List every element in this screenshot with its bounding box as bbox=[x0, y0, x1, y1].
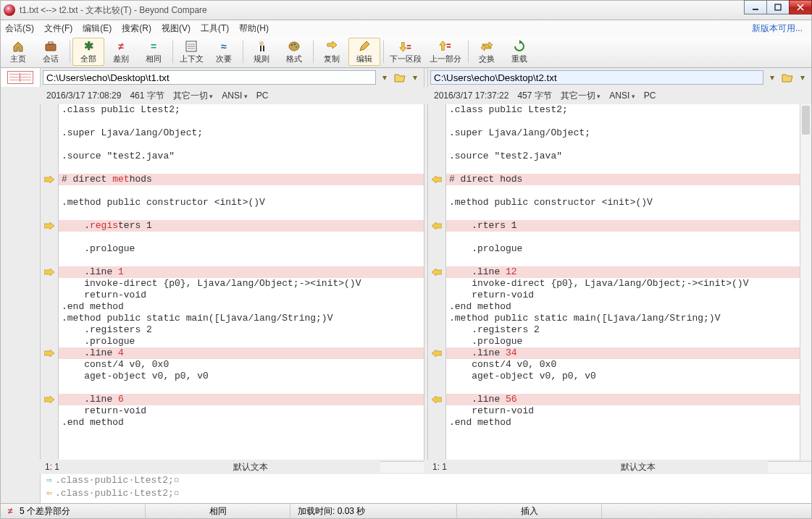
right-filter-dropdown[interactable]: 其它一切 bbox=[561, 90, 601, 102]
code-line[interactable] bbox=[446, 255, 811, 266]
maximize-button[interactable] bbox=[766, 0, 790, 14]
code-line[interactable] bbox=[446, 208, 811, 220]
code-line[interactable]: .method public constructor <init>()V bbox=[446, 197, 811, 208]
code-line[interactable]: .line 12 bbox=[446, 266, 811, 278]
left-filter-dropdown[interactable]: 其它一切 bbox=[173, 90, 214, 102]
right-browse-icon[interactable]: ▾ bbox=[796, 71, 809, 84]
right-pane[interactable]: .class public Ltest2;.super Ljava/lang/O… bbox=[428, 104, 811, 460]
left-browse-icon[interactable]: ▾ bbox=[409, 71, 422, 84]
code-line[interactable] bbox=[446, 116, 811, 127]
code-line[interactable]: .line 4 bbox=[59, 347, 424, 359]
code-line[interactable]: .super Ljava/lang/Object; bbox=[59, 127, 424, 139]
code-line[interactable]: return-void bbox=[446, 405, 811, 417]
vertical-scrollbar[interactable] bbox=[800, 104, 811, 460]
code-line[interactable]: .end method bbox=[446, 417, 811, 429]
code-line[interactable]: const/4 v0, 0x0 bbox=[446, 359, 811, 371]
code-line[interactable]: .prologue bbox=[59, 243, 424, 255]
minor-button[interactable]: ≈次要 bbox=[208, 38, 240, 66]
code-line[interactable] bbox=[446, 232, 811, 243]
code-line[interactable]: .method public static main([Ljava/lang/S… bbox=[59, 313, 424, 324]
diff-marker-icon[interactable] bbox=[41, 394, 58, 405]
code-line[interactable]: .class public Ltest2; bbox=[59, 104, 424, 116]
diff-marker-icon[interactable] bbox=[428, 174, 445, 185]
code-line[interactable]: const/4 v0, 0x0 bbox=[59, 359, 424, 371]
diff-marker-icon[interactable] bbox=[41, 174, 58, 185]
overview-gutter[interactable] bbox=[1, 104, 41, 460]
code-line[interactable]: .rters 1 bbox=[446, 220, 811, 232]
code-line[interactable]: return-void bbox=[59, 290, 424, 301]
code-line[interactable]: .registers 2 bbox=[446, 324, 811, 336]
code-line[interactable] bbox=[446, 382, 811, 394]
code-line[interactable]: .line 6 bbox=[59, 394, 424, 405]
menu-search[interactable]: 搜索(R) bbox=[122, 22, 151, 35]
prev-section-button[interactable]: 上一部分 bbox=[426, 38, 465, 66]
diff-marker-icon[interactable] bbox=[428, 347, 445, 359]
code-line[interactable]: return-void bbox=[446, 290, 811, 301]
code-line[interactable]: .prologue bbox=[446, 336, 811, 347]
diff-marker-icon[interactable] bbox=[41, 220, 58, 232]
close-button[interactable] bbox=[789, 0, 812, 14]
code-line[interactable]: .method public constructor <init>()V bbox=[59, 197, 424, 208]
code-line[interactable] bbox=[59, 139, 424, 151]
code-line[interactable]: # direct methods bbox=[59, 174, 424, 185]
right-hscroll[interactable] bbox=[768, 461, 811, 473]
left-open-icon[interactable] bbox=[393, 71, 406, 84]
all-button[interactable]: ✱全部 bbox=[72, 38, 104, 66]
diff-marker-icon[interactable] bbox=[428, 394, 445, 405]
code-line[interactable]: .super Ljava/lang/Object; bbox=[446, 127, 811, 139]
code-line[interactable] bbox=[59, 382, 424, 394]
menu-edit[interactable]: 编辑(E) bbox=[83, 22, 112, 35]
right-path-input[interactable] bbox=[430, 70, 763, 85]
code-line[interactable]: return-void bbox=[59, 405, 424, 417]
diff-marker-icon[interactable] bbox=[428, 266, 445, 278]
sessions-button[interactable]: 会话 bbox=[35, 38, 67, 66]
update-link[interactable]: 新版本可用... bbox=[752, 22, 803, 35]
menu-session[interactable]: 会话(S) bbox=[5, 22, 34, 35]
code-line[interactable]: .end method bbox=[446, 301, 811, 313]
code-line[interactable]: .method public static main([Ljava/lang/S… bbox=[446, 313, 811, 324]
code-line[interactable]: .source "test2.java" bbox=[446, 151, 811, 162]
code-line[interactable] bbox=[59, 185, 424, 197]
code-line[interactable]: .line 34 bbox=[446, 347, 811, 359]
diffs-button[interactable]: ≠差别 bbox=[105, 38, 137, 66]
merge-line-right[interactable]: ⇦.class·public·Ltest2;¤ bbox=[41, 487, 811, 500]
code-line[interactable] bbox=[446, 162, 811, 174]
minimize-button[interactable] bbox=[744, 0, 767, 14]
format-button[interactable]: 格式 bbox=[278, 38, 310, 66]
code-line[interactable]: invoke-direct {p0}, Ljava/lang/Object;->… bbox=[446, 278, 811, 290]
code-line[interactable] bbox=[59, 116, 424, 127]
same-button[interactable]: =相同 bbox=[138, 38, 169, 66]
right-open-icon[interactable] bbox=[781, 71, 794, 84]
code-line[interactable]: aget-object v0, p0, v0 bbox=[59, 371, 424, 382]
menu-tools[interactable]: 工具(T) bbox=[201, 22, 229, 35]
code-line[interactable]: # direct hods bbox=[446, 174, 811, 185]
menu-view[interactable]: 视图(V) bbox=[162, 22, 191, 35]
left-dropdown-icon[interactable]: ▾ bbox=[378, 71, 391, 84]
diff-marker-icon[interactable] bbox=[41, 266, 58, 278]
code-line[interactable]: .registers 1 bbox=[59, 220, 424, 232]
code-line[interactable]: .registers 2 bbox=[59, 324, 424, 336]
right-dropdown-icon[interactable]: ▾ bbox=[766, 71, 779, 84]
edit-button[interactable]: 编辑 bbox=[348, 38, 380, 66]
left-hscroll[interactable] bbox=[380, 461, 424, 473]
code-line[interactable] bbox=[59, 232, 424, 243]
swap-button[interactable]: 交换 bbox=[471, 38, 503, 66]
code-line[interactable] bbox=[446, 139, 811, 151]
code-line[interactable] bbox=[59, 162, 424, 174]
copy-button[interactable]: 复制 bbox=[316, 38, 348, 66]
diff-marker-icon[interactable] bbox=[428, 220, 445, 232]
code-line[interactable]: .class public Ltest2; bbox=[446, 104, 811, 116]
code-line[interactable]: .end method bbox=[59, 301, 424, 313]
context-button[interactable]: 上下文 bbox=[175, 38, 207, 66]
left-pane[interactable]: .class public Ltest2;.super Ljava/lang/O… bbox=[41, 104, 424, 460]
code-line[interactable] bbox=[59, 255, 424, 266]
code-line[interactable] bbox=[59, 208, 424, 220]
code-line[interactable]: .source "test2.java" bbox=[59, 151, 424, 162]
diff-marker-icon[interactable] bbox=[41, 347, 58, 359]
rules-button[interactable]: 规则 bbox=[246, 38, 277, 66]
left-encoding-dropdown[interactable]: ANSI bbox=[222, 90, 248, 101]
left-path-input[interactable] bbox=[43, 70, 376, 85]
code-line[interactable] bbox=[446, 185, 811, 197]
code-line[interactable]: .line 56 bbox=[446, 394, 811, 405]
menu-file[interactable]: 文件(F) bbox=[44, 22, 72, 35]
